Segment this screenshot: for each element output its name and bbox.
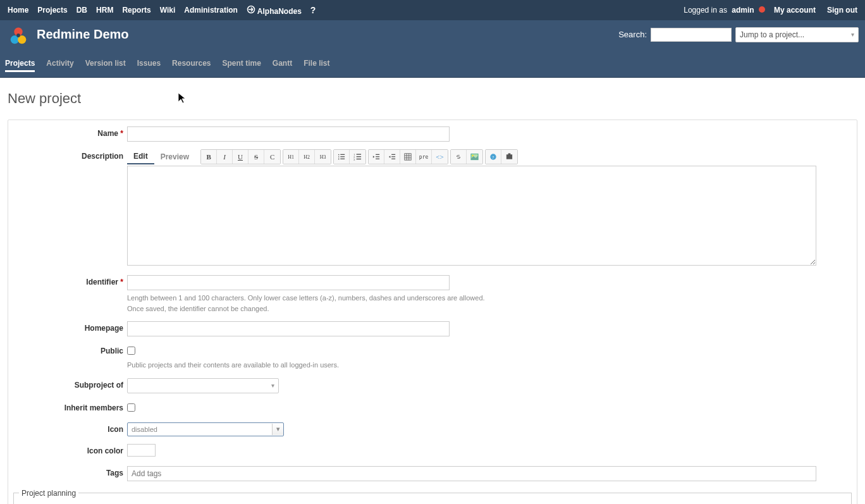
logged-in-text: Logged in as admin: [684, 6, 765, 15]
top-link-home[interactable]: Home: [5, 4, 31, 16]
top-link-reports[interactable]: Reports: [120, 4, 153, 16]
inline-code-icon[interactable]: C: [264, 150, 280, 164]
project-jump-text: Jump to a project...: [740, 30, 804, 39]
subproject-select[interactable]: ▾: [127, 378, 279, 393]
svg-rect-10: [340, 159, 345, 159]
tab-edit[interactable]: Edit: [127, 149, 154, 164]
svg-rect-23: [405, 154, 411, 160]
row-icon: Icon disabled ▾: [13, 422, 852, 436]
help-toolbar-icon[interactable]: ?: [486, 150, 501, 164]
app-title: Redmine Demo: [37, 27, 129, 42]
menu-issues[interactable]: Issues: [137, 56, 161, 70]
italic-icon[interactable]: I: [217, 150, 233, 164]
search-input[interactable]: [651, 28, 732, 42]
svg-rect-12: [357, 154, 361, 154]
public-label: Public: [13, 344, 127, 358]
tags-input[interactable]: [127, 466, 816, 481]
icon-value: disabled: [132, 426, 157, 433]
outdent-icon[interactable]: [369, 150, 384, 164]
logged-in-user-link[interactable]: admin: [729, 4, 756, 16]
indent-icon[interactable]: [384, 150, 400, 164]
tags-label: Tags: [13, 466, 127, 480]
top-link-projects[interactable]: Projects: [35, 4, 70, 16]
menu-projects[interactable]: Projects: [5, 56, 35, 72]
top-link-hrm[interactable]: HRM: [94, 4, 116, 16]
top-link-db[interactable]: DB: [74, 4, 90, 16]
svg-rect-33: [508, 153, 511, 155]
main-menu: Projects Activity Version list Issues Re…: [0, 49, 865, 78]
triangle-down-icon: ▾: [272, 424, 283, 435]
table-icon[interactable]: [400, 150, 416, 164]
sign-out-link[interactable]: Sign out: [825, 4, 860, 16]
svg-rect-32: [506, 154, 512, 159]
more-toolbox-icon[interactable]: [501, 150, 517, 164]
ul-icon[interactable]: [334, 150, 350, 164]
project-jump-select[interactable]: Jump to a project... ▾: [735, 27, 859, 42]
row-public: Public Public projects and their content…: [13, 344, 852, 371]
svg-rect-17: [376, 154, 379, 155]
svg-rect-19: [376, 159, 379, 159]
description-label: Description: [13, 149, 127, 163]
menu-file-list[interactable]: File list: [304, 56, 329, 70]
h2-icon[interactable]: H2: [299, 150, 315, 164]
svg-point-4: [16, 34, 20, 37]
pre-icon[interactable]: pre: [416, 150, 432, 164]
icon-select[interactable]: disabled ▾: [127, 422, 284, 436]
image-icon[interactable]: [467, 150, 482, 164]
ol-icon[interactable]: 123: [350, 150, 365, 164]
menu-version-list[interactable]: Version list: [85, 56, 126, 70]
svg-point-9: [338, 159, 340, 160]
public-checkbox[interactable]: [127, 347, 135, 355]
inherit-label: Inherit members: [13, 401, 127, 415]
top-link-administration[interactable]: Administration: [181, 4, 240, 16]
logout-dot-icon[interactable]: [759, 6, 765, 13]
name-input[interactable]: [127, 126, 450, 142]
top-menu: Home Projects DB HRM Reports Wiki Admini…: [0, 0, 865, 20]
top-link-alphanodes[interactable]: AlphaNodes: [244, 4, 304, 17]
row-icon-color: Icon color: [13, 444, 852, 458]
top-link-wiki[interactable]: Wiki: [157, 4, 178, 16]
h1-icon[interactable]: H1: [283, 150, 299, 164]
homepage-input[interactable]: [127, 321, 450, 336]
public-hint: Public projects and their contents are a…: [127, 360, 852, 371]
link-icon[interactable]: [451, 150, 467, 164]
identifier-input[interactable]: [127, 275, 450, 290]
row-description: Description Edit Preview B I U S C: [13, 149, 852, 267]
menu-gantt[interactable]: Gantt: [273, 56, 292, 70]
help-icon[interactable]: ?: [308, 4, 319, 16]
menu-spent-time[interactable]: Spent time: [222, 56, 261, 70]
bold-icon[interactable]: B: [201, 150, 217, 164]
top-menu-right: Logged in as admin My account Sign out: [684, 4, 860, 16]
top-menu-left: Home Projects DB HRM Reports Wiki Admini…: [5, 4, 318, 17]
inherit-checkbox[interactable]: [127, 403, 135, 412]
menu-activity[interactable]: Activity: [46, 56, 73, 70]
row-name: Name *: [13, 126, 852, 142]
alphanodes-icon: [247, 5, 255, 14]
logged-in-prefix: Logged in as: [684, 6, 727, 15]
row-subproject: Subproject of ▾: [13, 378, 852, 393]
svg-point-29: [472, 155, 474, 156]
strikethrough-icon[interactable]: S: [248, 150, 264, 164]
header: Redmine Demo Search: Jump to a project..…: [0, 20, 865, 49]
identifier-label: Identifier *: [13, 275, 127, 289]
svg-rect-6: [340, 154, 345, 155]
h3-icon[interactable]: H3: [315, 150, 331, 164]
svg-point-7: [338, 156, 340, 157]
menu-resources[interactable]: Resources: [172, 56, 211, 70]
svg-rect-22: [391, 159, 395, 159]
chevron-down-icon: ▾: [271, 382, 274, 389]
homepage-label: Homepage: [13, 321, 127, 335]
code-block-icon[interactable]: <>: [432, 150, 448, 164]
my-account-link[interactable]: My account: [771, 4, 818, 16]
description-textarea[interactable]: [127, 166, 816, 266]
tab-preview[interactable]: Preview: [154, 150, 195, 164]
iconcolor-input[interactable]: [127, 444, 156, 457]
icon-label: Icon: [13, 422, 127, 436]
iconcolor-label: Icon color: [13, 444, 127, 458]
content-area: New project Name * Description Edit Prev…: [0, 78, 865, 504]
svg-rect-20: [391, 154, 395, 155]
new-project-form: Name * Description Edit Preview B I U S …: [8, 120, 857, 504]
svg-rect-16: [357, 159, 361, 159]
underline-icon[interactable]: U: [233, 150, 248, 164]
identifier-hint: Length between 1 and 100 characters. Onl…: [127, 293, 852, 314]
